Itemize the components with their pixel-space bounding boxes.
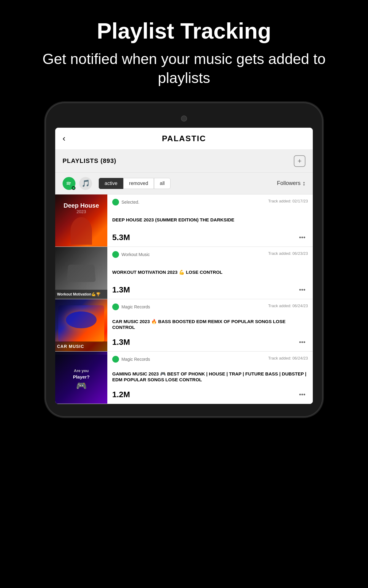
page-title: Playlist Tracking	[25, 18, 343, 43]
track-added-4: Track added: 06/24/23	[268, 356, 308, 360]
playlist-source-3: Magic Records	[121, 304, 150, 309]
spotify-badge-3	[112, 303, 119, 310]
playlist-meta-1: Selected.	[112, 199, 139, 205]
filter-all-tab[interactable]: all	[154, 178, 171, 189]
deep-house-thumb-title: Deep House	[63, 202, 99, 209]
spotify-filter-icon[interactable]	[63, 177, 75, 190]
track-added-3: Track added: 06/24/23	[268, 303, 308, 308]
playlist-info-1: Selected. Track added: 02/17/23 DEEP HOU…	[107, 194, 313, 247]
playlist-item-3: CAR MUSIC Magic Records Track added: 06/…	[55, 299, 313, 352]
follower-count-4: 1.2M	[112, 390, 130, 399]
playlist-thumb-1: Deep House 2023	[55, 194, 107, 247]
playlist-meta-3: Magic Records	[112, 303, 150, 310]
playlist-thumb-4: Are you Player? 🎮	[55, 352, 107, 404]
more-button-2[interactable]: •••	[297, 285, 308, 295]
page-subtitle: Get notified when your music gets added …	[25, 50, 343, 88]
filter-tabs: active removed all	[99, 178, 171, 189]
deep-house-thumb-year: 2023	[76, 209, 86, 214]
filter-active-tab[interactable]: active	[99, 178, 123, 189]
playlist-meta-2: Workout Music	[112, 251, 150, 258]
playlist-top-3: Magic Records Track added: 06/24/23	[112, 303, 308, 310]
more-button-1[interactable]: •••	[297, 233, 308, 242]
playlist-thumb-2: Workout Motivation💪🏆	[55, 247, 107, 299]
playlist-bottom-2: 1.3M •••	[112, 285, 308, 295]
playlist-top-4: Magic Records Track added: 06/24/23	[112, 356, 308, 363]
playlist-name-1: DEEP HOUSE 2023 (SUMMER EDITION) THE DAR…	[112, 217, 308, 223]
playlist-info-4: Magic Records Track added: 06/24/23 GAMI…	[107, 352, 313, 404]
more-button-4[interactable]: •••	[297, 390, 308, 399]
back-button[interactable]: ‹	[63, 134, 65, 143]
playlist-item-4: Are you Player? 🎮 Magic Records Track ad…	[55, 352, 313, 404]
playlist-top-1: Selected. Track added: 02/17/23	[112, 199, 308, 205]
device-frame: ‹ PALASTIC PLAYLISTS (893) + 🎵 active re…	[46, 103, 322, 416]
playlist-info-2: Workout Music Track added: 06/23/23 WORK…	[107, 247, 313, 299]
playlist-source-2: Workout Music	[121, 252, 150, 257]
device-camera	[181, 115, 187, 122]
gaming-thumb: Are you Player? 🎮	[55, 352, 107, 404]
deep-house-thumb: Deep House 2023	[55, 194, 107, 247]
track-added-2: Track added: 06/23/23	[268, 251, 308, 256]
workout-thumb-label: Workout Motivation💪🏆	[55, 290, 107, 299]
playlist-top-2: Workout Music Track added: 06/23/23	[112, 251, 308, 258]
playlists-count-label: PLAYLISTS (893)	[63, 157, 116, 164]
spotify-badge-2	[112, 251, 119, 258]
playlist-item-1: Deep House 2023 Selected. Track added: 0…	[55, 194, 313, 247]
car-thumb: CAR MUSIC	[55, 299, 107, 351]
filter-bar: 🎵 active removed all Followers ↕	[55, 173, 313, 194]
car-thumb-label: CAR MUSIC	[55, 341, 107, 351]
app-header: ‹ PALASTIC	[55, 128, 313, 150]
add-playlist-button[interactable]: +	[294, 155, 305, 167]
follower-count-1: 5.3M	[112, 233, 130, 242]
filter-removed-tab[interactable]: removed	[123, 178, 154, 189]
playlist-bottom-4: 1.2M •••	[112, 390, 308, 399]
playlist-bottom-3: 1.3M •••	[112, 337, 308, 347]
top-header: Playlist Tracking Get notified when your…	[0, 0, 368, 103]
playlists-header: PLAYLISTS (893) +	[55, 150, 313, 173]
music-filter-icon[interactable]: 🎵	[79, 177, 92, 190]
spotify-badge-4	[112, 356, 119, 363]
sort-label: Followers	[277, 180, 301, 187]
sort-icon: ↕	[302, 180, 305, 187]
person-figure	[71, 217, 92, 245]
track-added-1: Track added: 02/17/23	[268, 199, 308, 203]
playlist-meta-4: Magic Records	[112, 356, 150, 363]
playlist-info-3: Magic Records Track added: 06/24/23 CAR …	[107, 299, 313, 351]
playlist-name-2: WORKOUT MOTIVATION 2023 💪 LOSE CONTROL	[112, 269, 308, 275]
playlist-item-2: Workout Motivation💪🏆 Workout Music Track…	[55, 247, 313, 299]
follower-count-3: 1.3M	[112, 337, 130, 347]
playlist-name-4: GAMING MUSIC 2023 🎮 BEST OF PHONK | HOUS…	[112, 371, 308, 383]
sort-section[interactable]: Followers ↕	[277, 180, 305, 187]
playlist-bottom-1: 5.3M •••	[112, 233, 308, 242]
playlist-source-1: Selected.	[121, 200, 139, 205]
device-screen: ‹ PALASTIC PLAYLISTS (893) + 🎵 active re…	[55, 128, 313, 404]
follower-count-2: 1.3M	[112, 285, 130, 295]
playlist-source-4: Magic Records	[121, 357, 150, 362]
more-button-3[interactable]: •••	[297, 337, 308, 347]
workout-thumb: Workout Motivation💪🏆	[55, 247, 107, 299]
playlist-name-3: CAR MUSIC 2023 🔥 BASS BOOSTED EDM REMIX …	[112, 318, 308, 330]
playlist-thumb-3: CAR MUSIC	[55, 299, 107, 351]
app-title: PALASTIC	[162, 134, 206, 143]
spotify-badge-1	[112, 199, 119, 205]
